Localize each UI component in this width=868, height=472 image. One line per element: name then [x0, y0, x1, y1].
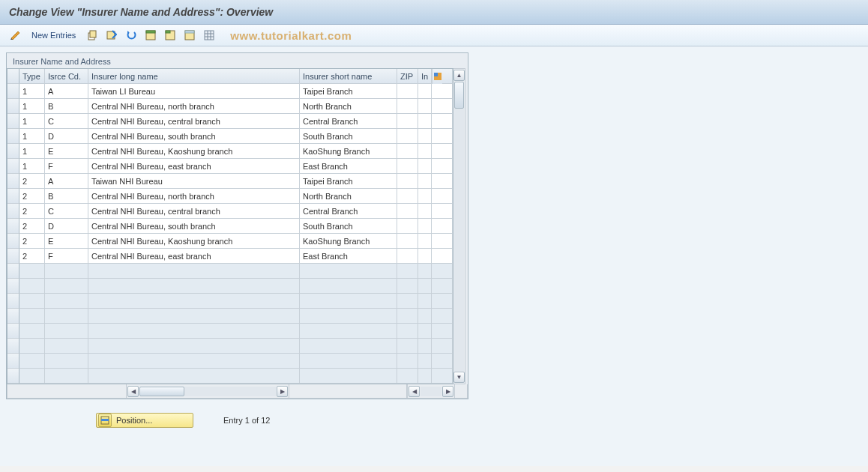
copy-icon[interactable]: [85, 28, 100, 43]
cell-short[interactable]: North Branch: [300, 189, 397, 204]
scroll-right-icon[interactable]: ▶: [277, 386, 288, 397]
cell-in[interactable]: [418, 144, 432, 159]
cell-in[interactable]: [418, 129, 432, 144]
cell-in[interactable]: [418, 114, 432, 129]
table-row-empty[interactable]: [7, 264, 453, 279]
cell-in[interactable]: [418, 249, 432, 264]
cell-long[interactable]: Taiwan NHI Bureau: [88, 174, 300, 189]
table-row[interactable]: 2BCentral NHI Bureau, north branchNorth …: [7, 189, 453, 204]
cell-type[interactable]: 2: [19, 249, 45, 264]
horizontal-scrollbar-right[interactable]: ◀ ▶: [407, 384, 455, 399]
cell-short[interactable]: East Branch: [300, 159, 397, 174]
cell-isrce[interactable]: B: [45, 189, 88, 204]
cell-isrce[interactable]: F: [45, 249, 88, 264]
cell-in[interactable]: [418, 234, 432, 249]
select-all-icon[interactable]: [143, 28, 158, 43]
cell-type[interactable]: 1: [19, 84, 45, 99]
col-header-isrce[interactable]: Isrce Cd.: [45, 69, 88, 84]
table-row[interactable]: 1DCentral NHI Bureau, south branchSouth …: [7, 129, 453, 144]
cell-short[interactable]: South Branch: [300, 219, 397, 234]
cell-type[interactable]: 1: [19, 99, 45, 114]
cell-type[interactable]: 2: [19, 189, 45, 204]
col-header-type[interactable]: Type: [19, 69, 45, 84]
cell-isrce[interactable]: F: [45, 159, 88, 174]
cell-long[interactable]: Central NHI Bureau, north branch: [88, 99, 300, 114]
cell-zip[interactable]: [397, 84, 418, 99]
cell-isrce[interactable]: E: [45, 144, 88, 159]
row-selector[interactable]: [7, 264, 19, 279]
cell-zip[interactable]: [397, 174, 418, 189]
cell-short[interactable]: North Branch: [300, 99, 397, 114]
row-selector[interactable]: [7, 309, 19, 324]
row-selector[interactable]: [7, 159, 19, 174]
cell-zip[interactable]: [397, 159, 418, 174]
col-header-in[interactable]: In: [418, 69, 432, 84]
cell-short[interactable]: East Branch: [300, 249, 397, 264]
cell-zip[interactable]: [397, 129, 418, 144]
cell-type[interactable]: 2: [19, 204, 45, 219]
cell-short[interactable]: Central Branch: [300, 204, 397, 219]
cell-short[interactable]: Central Branch: [300, 114, 397, 129]
cell-isrce[interactable]: D: [45, 219, 88, 234]
cell-long[interactable]: Central NHI Bureau, south branch: [88, 219, 300, 234]
row-selector[interactable]: [7, 144, 19, 159]
row-selector[interactable]: [7, 99, 19, 114]
cell-isrce[interactable]: D: [45, 129, 88, 144]
table-row[interactable]: 2ECentral NHI Bureau, Kaoshung branchKao…: [7, 234, 453, 249]
hscroll-thumb[interactable]: [139, 387, 184, 396]
cell-short[interactable]: South Branch: [300, 129, 397, 144]
vertical-scrollbar[interactable]: ▲ ▼: [453, 68, 465, 384]
cell-type[interactable]: 1: [19, 144, 45, 159]
cell-long[interactable]: Central NHI Bureau, north branch: [88, 189, 300, 204]
table-row-empty[interactable]: [7, 369, 453, 384]
cell-isrce[interactable]: E: [45, 234, 88, 249]
table-row[interactable]: 1FCentral NHI Bureau, east branchEast Br…: [7, 159, 453, 174]
table-row[interactable]: 2CCentral NHI Bureau, central branchCent…: [7, 204, 453, 219]
row-selector[interactable]: [7, 369, 19, 384]
row-selector[interactable]: [7, 129, 19, 144]
cell-zip[interactable]: [397, 114, 418, 129]
table-row[interactable]: 1ECentral NHI Bureau, Kaoshung branchKao…: [7, 144, 453, 159]
table-row[interactable]: 1ATaiwan LI BureauTaipei Branch: [7, 84, 453, 99]
toggle-display-icon[interactable]: [7, 28, 22, 43]
horizontal-scrollbar-left[interactable]: ◀ ▶: [126, 384, 289, 399]
table-row-empty[interactable]: [7, 339, 453, 354]
table-row-empty[interactable]: [7, 354, 453, 369]
cell-long[interactable]: Central NHI Bureau, Kaoshung branch: [88, 234, 300, 249]
cell-in[interactable]: [418, 159, 432, 174]
scroll-left2-icon[interactable]: ◀: [409, 386, 420, 397]
cell-zip[interactable]: [397, 189, 418, 204]
row-selector[interactable]: [7, 84, 19, 99]
cell-long[interactable]: Central NHI Bureau, central branch: [88, 204, 300, 219]
cell-type[interactable]: 1: [19, 159, 45, 174]
cell-in[interactable]: [418, 189, 432, 204]
cell-in[interactable]: [418, 99, 432, 114]
table-row[interactable]: 2ATaiwan NHI BureauTaipei Branch: [7, 174, 453, 189]
scroll-right2-icon[interactable]: ▶: [442, 386, 453, 397]
cell-zip[interactable]: [397, 99, 418, 114]
table-row-empty[interactable]: [7, 324, 453, 339]
scroll-up-icon[interactable]: ▲: [453, 70, 465, 81]
table-row[interactable]: 1CCentral NHI Bureau, central branchCent…: [7, 114, 453, 129]
cell-isrce[interactable]: B: [45, 99, 88, 114]
scroll-left-icon[interactable]: ◀: [127, 386, 139, 397]
table-row[interactable]: 2DCentral NHI Bureau, south branchSouth …: [7, 219, 453, 234]
cell-in[interactable]: [418, 204, 432, 219]
cell-long[interactable]: Central NHI Bureau, Kaoshung branch: [88, 144, 300, 159]
cell-long[interactable]: Central NHI Bureau, central branch: [88, 114, 300, 129]
delete-icon[interactable]: [104, 28, 119, 43]
scroll-down-icon[interactable]: ▼: [453, 372, 465, 383]
undo-icon[interactable]: [124, 28, 139, 43]
row-selector[interactable]: [7, 279, 19, 294]
row-selector[interactable]: [7, 354, 19, 369]
table-row[interactable]: 2FCentral NHI Bureau, east branchEast Br…: [7, 249, 453, 264]
row-selector[interactable]: [7, 204, 19, 219]
cell-isrce[interactable]: A: [45, 84, 88, 99]
position-button[interactable]: Position...: [96, 413, 193, 428]
cell-isrce[interactable]: C: [45, 114, 88, 129]
row-selector[interactable]: [7, 174, 19, 189]
cell-zip[interactable]: [397, 219, 418, 234]
cell-long[interactable]: Central NHI Bureau, east branch: [88, 159, 300, 174]
row-selector[interactable]: [7, 189, 19, 204]
col-header-long[interactable]: Insurer long name: [88, 69, 300, 84]
